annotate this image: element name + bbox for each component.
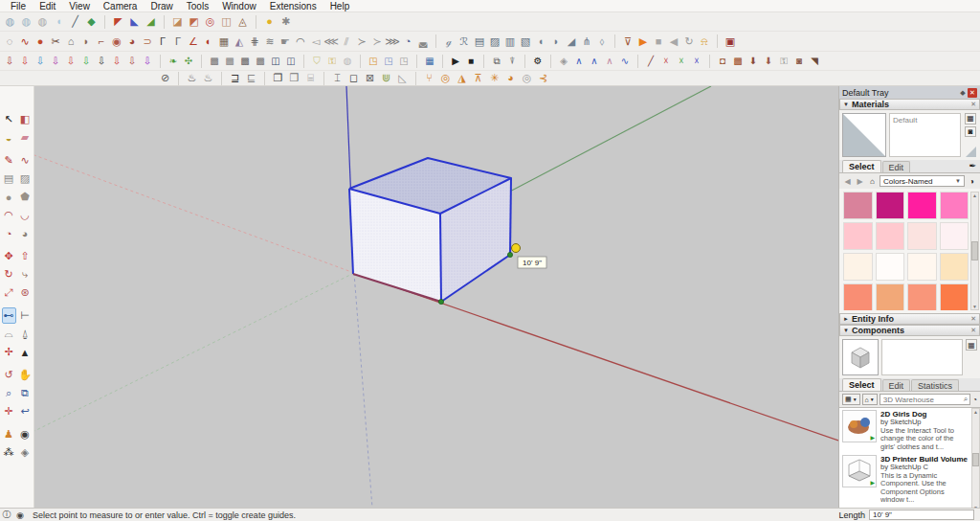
cube1-icon[interactable]: ▩ xyxy=(207,54,222,69)
diamond-icon[interactable]: ◈ xyxy=(556,54,571,69)
import7-icon[interactable]: ⇩ xyxy=(94,54,109,69)
shell2-icon[interactable]: ◖ xyxy=(533,34,548,49)
shell3-icon[interactable]: ◗ xyxy=(548,34,564,49)
protractor-tool[interactable]: ⌓ xyxy=(2,326,16,342)
box-blue-icon[interactable]: ◳ xyxy=(381,54,396,69)
swirl-a-icon[interactable]: ◔ xyxy=(400,34,415,49)
swirl-b-icon[interactable]: ↻ xyxy=(681,34,697,49)
collections-button[interactable]: ⌂▼ xyxy=(862,394,878,405)
stamp-green-icon[interactable]: ◢ xyxy=(143,14,159,30)
chevron3-icon[interactable]: ⋙ xyxy=(385,34,400,49)
tool-tan5-icon[interactable]: ◬ xyxy=(234,14,251,30)
make-component-tool[interactable]: ◧ xyxy=(18,111,33,127)
color-swatch-6[interactable] xyxy=(907,222,937,250)
import2-icon[interactable]: ⇩ xyxy=(17,54,33,69)
fence-icon[interactable]: ⋕ xyxy=(247,34,262,49)
peak-blue2-icon[interactable]: ∧ xyxy=(587,54,602,69)
secondary-pane-icon[interactable]: ▦ xyxy=(966,339,977,351)
wedge-icon[interactable]: ◢ xyxy=(564,34,579,49)
component-thumbnail[interactable]: ▶ xyxy=(842,455,877,487)
lock-yellow-icon[interactable]: ⚿ xyxy=(324,54,340,69)
box-orange-icon[interactable]: ◳ xyxy=(366,54,381,69)
vray-ring2-icon[interactable]: ◎ xyxy=(519,71,535,86)
paper-icon[interactable]: ◺ xyxy=(394,71,411,86)
hook-icon[interactable]: ⌐ xyxy=(94,34,109,49)
anim-stop-icon[interactable]: ■ xyxy=(463,54,479,69)
brown6-icon[interactable]: ◙ xyxy=(791,54,807,69)
dimension-tool[interactable]: ⊢ xyxy=(18,307,33,324)
component-item[interactable]: ▶2D Girls Dogby SketchUpUse the Interact… xyxy=(842,410,969,451)
vray-umbrella-icon[interactable]: ⊼ xyxy=(470,71,486,86)
tape-measure-tool[interactable]: ⊷ xyxy=(2,307,16,324)
window-lock-icon[interactable]: ⌸ xyxy=(302,71,319,86)
brown4-icon[interactable]: ⬇ xyxy=(761,54,776,69)
sample-paint-icon[interactable]: ◑ xyxy=(967,177,977,186)
vray-triangle-icon[interactable]: ◮ xyxy=(454,71,470,86)
brown5-icon[interactable]: ⚿ xyxy=(776,54,791,69)
eraser-tool[interactable]: ▰ xyxy=(18,129,33,146)
sphere-c-icon[interactable]: ◍ xyxy=(34,14,51,30)
axis-plain-icon[interactable]: ╱ xyxy=(643,54,658,69)
import1-icon[interactable]: ⇩ xyxy=(2,54,17,69)
sphere-a-icon[interactable]: ◍ xyxy=(2,14,18,30)
box-x-icon[interactable]: ⊠ xyxy=(362,71,378,86)
fanm-icon[interactable]: ⋔ xyxy=(579,34,594,49)
components-close-icon[interactable]: ✕ xyxy=(970,327,976,334)
zoom-tool[interactable]: ⌕ xyxy=(2,385,16,401)
tab-select[interactable]: Select xyxy=(842,160,881,172)
tab-select[interactable]: Select xyxy=(842,378,881,391)
color-swatch-14[interactable] xyxy=(907,283,937,310)
color-swatch-5[interactable] xyxy=(876,222,905,250)
eyedropper-icon[interactable]: ✒ xyxy=(969,161,976,170)
gear-icon[interactable]: ⚙ xyxy=(530,54,546,69)
color-swatch-1[interactable] xyxy=(876,192,905,219)
import4-icon[interactable]: ⇩ xyxy=(48,54,63,69)
stop-icon[interactable]: ■ xyxy=(651,34,666,49)
move-tool[interactable]: ✥ xyxy=(2,248,16,264)
offset-tool[interactable]: ⊛ xyxy=(18,284,33,301)
swatch-scrollbar[interactable]: ▲ ▼ xyxy=(970,192,979,310)
section-plane-tool[interactable]: ◈ xyxy=(18,444,33,461)
cut-icon[interactable]: ✂ xyxy=(48,34,63,49)
collection-dropdown[interactable]: Colors-Named▼ xyxy=(880,175,965,187)
color-swatch-8[interactable] xyxy=(843,253,873,281)
peak-blue1-icon[interactable]: ∧ xyxy=(571,54,587,69)
brown2-icon[interactable]: ▩ xyxy=(730,54,746,69)
vray-bracket-icon[interactable]: ⊰ xyxy=(535,71,551,86)
eye-icon[interactable]: ◉ xyxy=(109,34,124,49)
pipe2-icon[interactable]: ℛ xyxy=(457,34,472,49)
line-tool[interactable]: ✎ xyxy=(2,152,16,169)
material-thumbnail[interactable] xyxy=(842,113,886,157)
details-icon[interactable]: ◔ xyxy=(972,396,977,404)
3d-text-tool[interactable]: ▲ xyxy=(18,344,33,360)
head-icon[interactable]: ◕ xyxy=(124,34,140,49)
measurement-field[interactable]: 10' 9" xyxy=(869,510,974,520)
geolocation-icon[interactable]: ⓘ xyxy=(0,509,13,521)
window2-icon[interactable]: ❒ xyxy=(286,71,302,86)
wave-icon[interactable]: ≋ xyxy=(262,34,278,49)
back-icon[interactable]: ◀ xyxy=(666,34,681,49)
previous-view-tool[interactable]: ↩ xyxy=(18,403,33,419)
scroll-up-icon[interactable]: ▲ xyxy=(972,193,977,198)
material-name-field[interactable]: Default xyxy=(889,113,961,157)
follow-me-tool[interactable]: ⤷ xyxy=(18,266,33,283)
fan-icon[interactable]: ⋘ xyxy=(323,34,339,49)
brown7-icon[interactable]: ◥ xyxy=(807,54,822,69)
cube6-icon[interactable]: ◫ xyxy=(283,54,299,69)
angle-icon[interactable]: ∠ xyxy=(186,34,201,49)
axis-z-icon[interactable]: ☓ xyxy=(689,54,704,69)
bell-icon[interactable]: ◍ xyxy=(340,54,355,69)
scroll-up-icon[interactable]: ▲ xyxy=(973,409,978,415)
rotate-tool[interactable]: ↻ xyxy=(2,266,16,283)
text-tool[interactable]: ⍙ xyxy=(18,326,33,342)
rotated-rectangle-tool[interactable]: ▨ xyxy=(18,170,33,187)
stamp-red-icon[interactable]: ◤ xyxy=(110,14,126,30)
flow-icon[interactable]: ⧉ xyxy=(489,54,504,69)
chevron1-icon[interactable]: ≻ xyxy=(354,34,369,49)
component-name-field[interactable] xyxy=(881,339,963,375)
filter-icon[interactable]: ⍒ xyxy=(504,54,520,69)
walk-tool[interactable]: ⁂ xyxy=(2,444,16,461)
anim-play-icon[interactable]: ▶ xyxy=(448,54,463,69)
teapot-icon[interactable]: ♨ xyxy=(184,71,200,86)
extensions-icon[interactable]: ✱ xyxy=(278,14,294,30)
